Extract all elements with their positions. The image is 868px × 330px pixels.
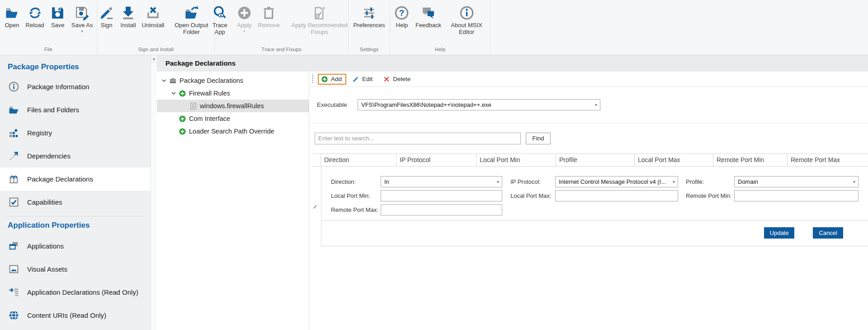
svg-text:?: ? <box>399 8 404 17</box>
uninstall-button[interactable]: Uninstall <box>139 2 167 29</box>
find-button[interactable]: Find <box>526 133 551 144</box>
direction-label: Direction: <box>331 178 356 185</box>
toolbar-grip-handle[interactable] <box>312 75 313 84</box>
about-msix-editor-label: About MSIX Editor <box>447 22 486 36</box>
search-input[interactable] <box>315 133 521 144</box>
sidebar-item-files-and-folders[interactable]: Files and Folders <box>0 98 151 121</box>
package-declarations-icon <box>8 173 19 185</box>
remote-port-max-label: Remote Port Max: <box>331 206 378 213</box>
local-port-min-input[interactable] <box>381 190 502 201</box>
ribbon-group-label-trace-fixups: Trace and Fixups <box>216 46 347 55</box>
combo-arrow-icon[interactable]: ▾ <box>673 180 675 184</box>
combo-arrow-icon[interactable]: ▾ <box>853 180 855 184</box>
panel-empty-area <box>309 246 868 330</box>
panel-toolbar: Add Edit Delete <box>309 72 868 87</box>
capabilities-checkbox-icon <box>8 196 19 208</box>
sign-button[interactable]: Sign <box>96 2 118 29</box>
sidebar-item-capabilities[interactable]: Capabilities <box>0 191 151 214</box>
install-button[interactable]: Install <box>118 2 139 29</box>
reload-icon <box>27 5 43 21</box>
column-header-remote-port-max[interactable]: Remote Port Max <box>787 154 868 166</box>
column-header-direction[interactable]: Direction <box>321 154 396 166</box>
ip-protocol-label: IP Protocol: <box>510 178 541 185</box>
open-folder-icon <box>4 5 20 21</box>
direction-select[interactable]: In ▾ <box>381 176 502 187</box>
remote-port-max-input[interactable] <box>381 204 502 215</box>
visual-assets-image-icon <box>8 263 19 275</box>
sidebar-item-visual-assets[interactable]: Visual Assets <box>0 258 151 281</box>
executable-combobox[interactable]: VFS\ProgramFilesX86\Notepad++\notepad++.… <box>358 99 600 110</box>
sidebar-item-content-uris[interactable]: Content URIs (Read Only) <box>0 304 151 327</box>
application-declarations-icon <box>8 287 19 298</box>
tree-node-loader-search-path-override[interactable]: Loader Search Path Override <box>157 125 309 138</box>
ribbon-group-label-settings: Settings <box>349 46 389 55</box>
remote-port-min-input[interactable] <box>734 190 859 201</box>
add-circle-icon <box>178 127 186 135</box>
update-button[interactable]: Update <box>764 227 794 239</box>
tree-node-com-interface[interactable]: Com Interface <box>157 112 309 125</box>
column-header-local-port-min[interactable]: Local Port Min <box>476 154 556 166</box>
remote-port-min-label: Remote Port Min: <box>686 192 731 199</box>
delete-button-label: Delete <box>393 76 410 82</box>
grid-header-row: Direction IP Protocol Local Port Min Pro… <box>312 153 868 167</box>
combo-arrow-icon[interactable]: ▾ <box>595 103 597 107</box>
document-icon <box>189 102 197 110</box>
save-icon <box>50 5 66 21</box>
apply-recommended-fixups-button[interactable]: Apply Recommended Fixups <box>283 2 357 37</box>
edit-button[interactable]: Edit <box>349 74 377 85</box>
scrollbar-up-arrow-icon[interactable]: ▲ <box>151 55 157 63</box>
tree-node-label: Loader Search Path Override <box>189 128 274 135</box>
sidebar-item-package-information[interactable]: Package Information <box>0 75 151 98</box>
open-button[interactable]: Open <box>1 2 23 29</box>
sidebar-item-applications[interactable]: Applications <box>0 234 151 258</box>
sidebar-item-label: Package Declarations <box>27 175 93 183</box>
sidebar-item-package-declarations[interactable]: Package Declarations <box>0 167 151 191</box>
profile-select[interactable]: Domain ▾ <box>734 176 859 187</box>
ip-protocol-select[interactable]: Internet Control Message Protocol v4 (I.… <box>555 176 678 187</box>
save-button[interactable]: Save <box>47 2 69 29</box>
reload-button[interactable]: Reload <box>23 2 47 29</box>
sidebar-item-application-declarations[interactable]: Application Declarations (Read Only) <box>0 281 151 304</box>
ribbon-group-file: Open Reload Save Save As ▾ File <box>0 0 97 55</box>
tree-node-firewall-rules[interactable]: Firewall Rules <box>157 87 309 100</box>
delete-button[interactable]: Delete <box>380 74 415 85</box>
save-button-label: Save <box>51 22 65 29</box>
sidebar-scrollbar[interactable]: ▲ <box>151 55 157 330</box>
chevron-down-icon: ▾ <box>81 29 83 33</box>
sidebar-item-dependencies[interactable]: Dependencies <box>0 144 151 167</box>
ribbon-group-label-file: File <box>1 46 96 55</box>
add-button-label: Add <box>331 76 342 82</box>
remove-button[interactable]: Remove <box>255 2 282 29</box>
profile-label: Profile: <box>686 178 704 185</box>
tree-node-label: windows.firewallRules <box>200 102 264 110</box>
executable-label: Executable <box>317 101 350 108</box>
help-button[interactable]: ? Help <box>391 2 413 29</box>
tree-node-windows-firewallrules[interactable]: windows.firewallRules <box>157 100 309 112</box>
expander-chevron-icon[interactable] <box>170 90 177 96</box>
reload-button-label: Reload <box>26 22 44 29</box>
row-edit-form: Direction: In ▾ IP Protocol: Internet Co… <box>309 167 868 246</box>
trace-app-button[interactable]: Trace App <box>206 2 233 37</box>
cancel-button[interactable]: Cancel <box>813 227 843 239</box>
expander-chevron-icon[interactable] <box>161 77 167 84</box>
sidebar-heading-package-properties: Package Properties <box>0 55 151 75</box>
tree-node-package-declarations[interactable]: Package Declarations <box>157 74 309 87</box>
preferences-sliders-icon <box>361 5 377 21</box>
direction-select-value: In <box>384 178 389 185</box>
column-header-remote-port-min[interactable]: Remote Port Min <box>713 154 787 166</box>
column-header-profile[interactable]: Profile <box>556 154 634 166</box>
feedback-button[interactable]: Feedback <box>413 2 444 29</box>
column-header-local-port-max[interactable]: Local Port Max <box>634 154 713 166</box>
ribbon-group-help: ? Help Feedback About MSIX Editor Help <box>390 0 491 55</box>
add-button[interactable]: Add <box>318 74 346 85</box>
combo-arrow-icon[interactable]: ▾ <box>497 180 499 184</box>
column-header-ip-protocol[interactable]: IP Protocol <box>396 154 476 166</box>
toolbox-icon <box>169 77 177 85</box>
sidebar-item-registry[interactable]: Registry <box>0 121 151 144</box>
local-port-max-input[interactable] <box>555 190 678 201</box>
globe-icon <box>8 310 19 321</box>
apply-button[interactable]: Apply ▾ <box>233 2 255 34</box>
save-as-button[interactable]: Save As ▾ <box>69 2 96 34</box>
about-msix-editor-button[interactable]: About MSIX Editor <box>444 2 489 37</box>
preferences-button[interactable]: Preferences <box>350 2 387 29</box>
